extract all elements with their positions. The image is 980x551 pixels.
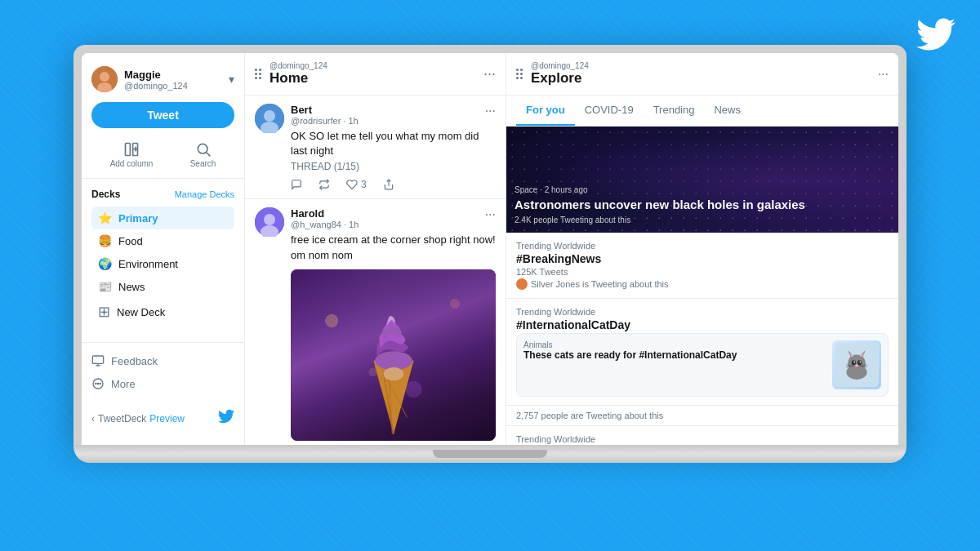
tweetdeck-app: Maggie @domingo_124 ▾ Tweet [82,53,898,445]
add-column-action[interactable]: Add column [110,141,154,168]
tweet-bert-content: Bert @rodrisurfer · 1h ··· OK SO let me … [291,104,496,190]
explore-username: @domingo_124 [531,61,589,70]
bert-tweet-actions: 3 [291,179,496,190]
deck-icon-environment: 🌍 [98,257,112,270]
svg-point-14 [97,383,98,384]
home-col-username: @domingo_124 [270,61,327,70]
user-handle: @domingo_124 [124,81,188,91]
manage-decks-link[interactable]: Manage Decks [175,189,234,199]
deck-icon-news: 📰 [98,280,112,293]
home-column-menu[interactable]: ··· [483,65,496,82]
deck-icon-food: 🍔 [98,234,112,247]
laptop-screen: Maggie @domingo_124 ▾ Tweet [82,53,898,445]
sidebar-header: Maggie @domingo_124 ▾ [82,63,244,102]
laptop-base [74,445,906,463]
sidebar-bottom: Feedback More [82,342,244,402]
deck-item-primary[interactable]: ⭐ Primary [91,207,234,229]
svg-point-21 [264,214,275,225]
tweet-bert: Bert @rodrisurfer · 1h ··· OK SO let me … [245,96,506,199]
tab-trending[interactable]: Trending [644,96,705,126]
deck-icon-primary: ⭐ [98,211,112,224]
deck-label-new: New Deck [117,306,165,318]
home-column-header: @domingo_124 Home ··· [245,53,506,96]
home-column: @domingo_124 Home ··· [245,53,506,445]
explore-tabs: For you COVID-19 Trending News [506,96,898,127]
trending-label-3: Trending Worldwide [516,434,889,444]
user-info: Maggie @domingo_124 [91,66,188,92]
add-column-label: Add column [110,159,154,168]
deck-item-environment[interactable]: 🌍 Environment [91,252,234,275]
bert-tweet-more[interactable]: ··· [485,104,496,118]
svg-point-29 [383,367,403,380]
news-hero-card[interactable]: Space · 2 hours ago Astronomers uncover … [506,127,898,233]
tab-news[interactable]: News [704,96,751,126]
svg-point-40 [853,362,855,363]
tweet-button[interactable]: Tweet [91,102,234,128]
tweet-harold-meta: Harold @h_wang84 · 1h ··· free ice cream… [255,207,496,445]
tab-for-you[interactable]: For you [516,96,575,126]
bert-retweet-action[interactable] [318,179,330,190]
trending-cat-day[interactable]: Trending Worldwide #InternationalCatDay … [506,299,898,406]
deck-item-news[interactable]: 📰 News [91,275,234,298]
deck-label-news: News [118,281,145,293]
svg-point-7 [198,144,207,153]
laptop-body: Maggie @domingo_124 ▾ Tweet [74,45,906,445]
trending-count-1: 125K Tweets [516,267,889,277]
svg-point-13 [96,383,96,384]
trending-by-avatar-1 [516,278,528,290]
svg-line-8 [206,153,210,157]
cat-day-category: Animals [523,340,826,349]
tweet-harold-content: Harold @h_wang84 · 1h ··· free ice cream… [291,207,496,445]
twitter-bird-icon [916,15,956,62]
sidebar-footer: ‹ TweetDeck Preview [82,402,244,435]
harold-tweet-more[interactable]: ··· [485,207,496,222]
more-item[interactable]: More [91,372,234,395]
trending-by-1: Silver Jones is Tweeting about this [516,278,889,290]
more-label: More [111,378,136,390]
explore-header: @domingo_124 Explore ··· [506,53,898,96]
tweet-bert-meta: Bert @rodrisurfer · 1h ··· OK SO let me … [255,104,496,190]
bert-like-action[interactable]: 3 [346,179,367,190]
deck-label-environment: Environment [118,258,178,270]
avatar [91,66,118,92]
bert-share-action[interactable] [383,179,394,190]
home-column-title-block: @domingo_124 Home [270,61,327,87]
explore-content: Space · 2 hours ago Astronomers uncover … [506,127,898,445]
trending-greatest[interactable]: Trending Worldwide #GreatestOfAllTime 12… [506,426,898,445]
chevron-down-icon[interactable]: ▾ [229,73,234,86]
harold-name: Harold [291,207,359,220]
hero-text: Space · 2 hours ago Astronomers uncover … [514,185,890,224]
harold-handle: @h_wang84 · 1h [291,220,359,229]
svg-point-15 [100,383,100,384]
cat-day-text: Animals These cats are ready for #Intern… [523,340,826,389]
home-col-title: Home [270,70,327,87]
harold-author-info: Harold @h_wang84 · 1h [291,207,359,229]
trending-by-text-1: Silver Jones is Tweeting about this [531,279,669,289]
trending-hashtag-2: #InternationalCatDay [516,318,889,331]
explore-title: Explore [531,70,589,87]
ice-cream-svg [353,294,434,441]
hero-count: 2.4K people Tweeting about this [514,216,890,224]
explore-column: @domingo_124 Explore ··· For you COVID-1… [506,53,898,445]
feedback-item[interactable]: Feedback [91,349,234,372]
tab-covid19[interactable]: COVID-19 [575,96,644,126]
svg-point-41 [860,362,862,363]
deck-item-food[interactable]: 🍔 Food [91,229,234,252]
trending-label-1: Trending Worldwide [516,241,889,251]
feedback-label: Feedback [111,355,158,367]
bert-tweet-thread: THREAD (1/15) [291,161,496,172]
trending-breaking-news[interactable]: Trending Worldwide #BreakingNews 125K Tw… [506,233,898,299]
deck-label-food: Food [118,235,143,247]
svg-point-1 [100,72,109,82]
sidebar-footer-left: ‹ TweetDeck Preview [91,413,185,424]
tweet-harold: Harold @h_wang84 · 1h ··· free ice cream… [245,199,506,445]
bert-reply-action[interactable] [291,179,302,190]
trending-label-2: Trending Worldwide [516,307,889,317]
search-action[interactable]: Search [190,141,216,168]
deck-icon-new: ⊞ [98,303,110,321]
deck-item-new[interactable]: ⊞ New Deck [91,298,234,326]
explore-column-menu[interactable]: ··· [878,67,889,82]
cat-day-card: Animals These cats are ready for #Intern… [516,333,889,397]
trending-hashtag-1: #BreakingNews [516,252,889,265]
svg-rect-9 [92,356,103,363]
